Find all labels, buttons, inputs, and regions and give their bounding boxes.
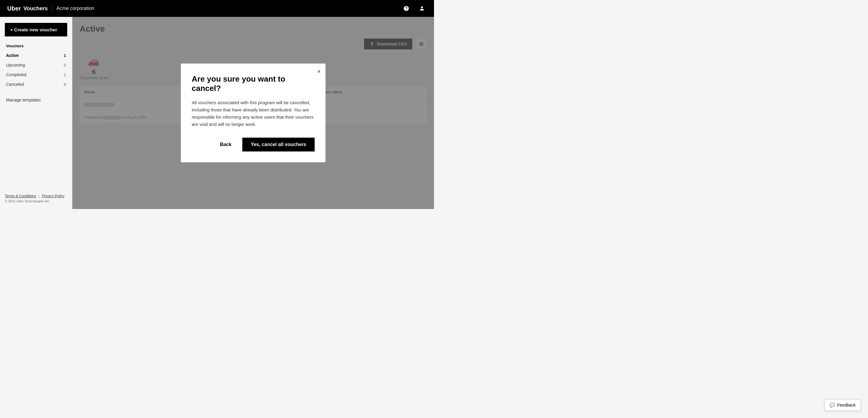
sidebar-item-active-label: Active: [6, 53, 19, 58]
layout: + Create new voucher Vouchers Active 1 U…: [0, 17, 434, 209]
footer-divider: |: [38, 194, 39, 198]
header: Uber Vouchers Acme corporation: [0, 0, 434, 17]
help-button[interactable]: [401, 4, 411, 13]
app-logo: Uber Vouchers: [7, 5, 48, 12]
modal-overlay: × Are you sure you want to cancel? All v…: [72, 17, 434, 209]
create-voucher-label: + Create new voucher: [10, 27, 57, 32]
manage-templates-link[interactable]: Manage templates: [5, 96, 67, 104]
sidebar-item-completed-count: 1: [64, 72, 66, 77]
privacy-link[interactable]: Privacy Policy: [42, 194, 64, 198]
main-content: Active Download CSV 🚗 6 Trips/meals take…: [72, 17, 434, 209]
sidebar-item-active-count: 1: [64, 53, 66, 58]
sidebar-footer: Terms & Conditions | Privacy Policy © 20…: [5, 194, 67, 203]
sidebar-item-upcoming-label: Upcoming: [6, 63, 25, 67]
profile-icon: [419, 5, 425, 11]
modal-actions: Back Yes, cancel all vouchers: [192, 138, 315, 152]
sidebar-item-upcoming-count: 0: [64, 63, 66, 67]
uber-logo-text: Uber: [7, 5, 21, 12]
modal-title: Are you sure you want to cancel?: [192, 74, 315, 93]
help-icon: [403, 5, 409, 11]
vouchers-logo-text: Vouchers: [24, 5, 48, 12]
modal-back-button[interactable]: Back: [214, 138, 238, 151]
company-name: Acme corporation: [56, 6, 94, 11]
vouchers-section-label: Vouchers: [5, 44, 67, 48]
copyright-text: © 2021 Uber Technologies Inc.: [5, 199, 67, 203]
cancel-confirmation-modal: × Are you sure you want to cancel? All v…: [181, 64, 326, 162]
sidebar-item-canceled[interactable]: Canceled 0: [5, 79, 67, 89]
modal-confirm-button[interactable]: Yes, cancel all vouchers: [242, 138, 315, 152]
modal-body: All vouchers associated with this progra…: [192, 99, 315, 128]
footer-links: Terms & Conditions | Privacy Policy: [5, 194, 67, 198]
create-voucher-button[interactable]: + Create new voucher: [5, 23, 67, 36]
sidebar-nav: Active 1 Upcoming 0 Completed 1 Canceled…: [5, 51, 67, 89]
sidebar: + Create new voucher Vouchers Active 1 U…: [0, 17, 72, 209]
sidebar-item-canceled-label: Canceled: [6, 82, 24, 87]
sidebar-item-canceled-count: 0: [64, 82, 66, 87]
header-divider: [52, 5, 52, 12]
sidebar-item-completed-label: Completed: [6, 72, 27, 77]
sidebar-item-upcoming[interactable]: Upcoming 0: [5, 60, 67, 70]
modal-close-button[interactable]: ×: [317, 68, 321, 74]
terms-link[interactable]: Terms & Conditions: [5, 194, 36, 198]
header-icons: [401, 4, 427, 13]
sidebar-item-active[interactable]: Active 1: [5, 51, 67, 60]
profile-button[interactable]: [417, 4, 427, 13]
close-icon: ×: [317, 68, 321, 75]
sidebar-item-completed[interactable]: Completed 1: [5, 70, 67, 79]
